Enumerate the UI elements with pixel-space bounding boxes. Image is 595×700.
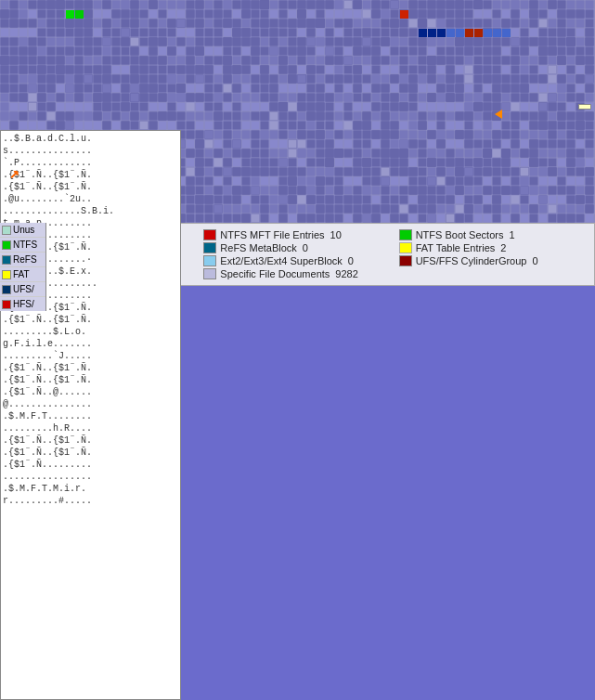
legend-ufs: UFS/FFS CylinderGroup 0 — [399, 255, 587, 266]
text-line: g.F.i.l.e....... — [3, 338, 178, 350]
text-line: .{$1¨.Ñ..{$1¨.Ñ. — [3, 374, 178, 386]
fat-table-count: 2 — [500, 242, 506, 253]
legend-ext: Ext2/Ext3/Ext4 SuperBlock 0 — [203, 255, 391, 266]
fat-table-label: FAT Table Entries — [416, 242, 496, 253]
ntfs-boot-label: NTFS Boot Sectors — [416, 229, 504, 240]
specific-label: Specific File Documents — [220, 268, 330, 279]
sidebar-hfs: HFS/ — [0, 297, 45, 311]
text-line: .$.M.F.T.M.i.r. — [3, 483, 178, 495]
refs-count: 0 — [303, 242, 308, 253]
text-line: .........`J..... — [3, 350, 178, 362]
legend-refs: ReFS MetaBlock 0 — [203, 242, 391, 253]
legend-ntfs-mft: NTFS MFT File Entries 10 — [203, 229, 391, 240]
specific-count: 9282 — [335, 268, 357, 279]
legend-specific: Specific File Documents 9282 — [203, 268, 391, 279]
sidebar-ntfs: NTFS — [0, 238, 45, 253]
sidebar-unus: Unus — [0, 223, 45, 238]
text-line: .{$1¨.Ñ..{$1¨.Ñ. — [3, 447, 178, 459]
refs-label: ReFS MetaBlock — [220, 242, 297, 253]
legend-fat-table: FAT Table Entries 2 — [399, 242, 587, 253]
text-line: r.........#..... — [3, 495, 178, 507]
sidebar-ufs: UFS/ — [0, 282, 45, 297]
ntfs-mft-label: NTFS MFT File Entries — [220, 229, 324, 240]
ufs-label: UFS/FFS CylinderGroup — [416, 255, 527, 266]
ext-swatch — [203, 255, 216, 266]
text-line: ................ — [3, 471, 178, 483]
tooltip-panel — [578, 104, 591, 110]
text-line: .{$1¨.Ñ..@...... — [3, 386, 178, 398]
ntfs-mft-swatch — [203, 229, 216, 240]
text-line: .{$1¨.Ñ..{$1¨.Ñ. — [3, 434, 178, 447]
text-line: .{$1¨.Ñ......... — [3, 459, 178, 471]
ntfs-mft-count: 10 — [330, 229, 342, 240]
text-line: .........$.L.o. — [3, 326, 178, 338]
legend-ntfs-boot: NTFS Boot Sectors 1 — [399, 229, 587, 240]
text-line: .{$1¨.Ñ..{$1¨.Ñ. — [3, 181, 178, 193]
ntfs-boot-swatch — [399, 229, 412, 240]
specific-swatch — [203, 268, 216, 279]
text-line: .{$1¨.Ñ..{$1¨.Ñ. — [3, 362, 178, 374]
text-line: .{$1¨.Ñ..{$1¨.Ñ. — [3, 314, 178, 326]
text-line: `.P............. — [3, 157, 178, 169]
sidebar-fat: FAT — [0, 267, 45, 282]
ufs-swatch — [399, 255, 412, 266]
ext-label: Ext2/Ext3/Ext4 SuperBlock — [220, 255, 342, 266]
text-line: @............... — [3, 398, 178, 410]
text-line: ..$.B.a.d.C.l.u. — [3, 133, 178, 145]
tooltip-arrow — [495, 110, 502, 119]
text-line: ..............S.B.i. — [3, 205, 178, 217]
text-line: s............... — [3, 145, 178, 157]
ext-count: 0 — [348, 255, 354, 266]
text-line: .........h.R.... — [3, 422, 178, 434]
sidebar-refs: ReFS — [0, 253, 45, 267]
text-panel: ..$.B.a.d.C.l.u.s...............`.P.....… — [0, 130, 181, 700]
marker-arrow: ↗ — [9, 162, 19, 183]
text-line: .@u........`2u.. — [3, 193, 178, 205]
text-line: .$.M.F.T........ — [3, 410, 178, 422]
ntfs-boot-count: 1 — [509, 229, 514, 240]
text-line: .{$1¨.Ñ..{$1¨.Ñ. — [3, 169, 178, 181]
fat-table-swatch — [399, 242, 412, 253]
ufs-count: 0 — [532, 255, 537, 266]
refs-swatch — [203, 242, 216, 253]
